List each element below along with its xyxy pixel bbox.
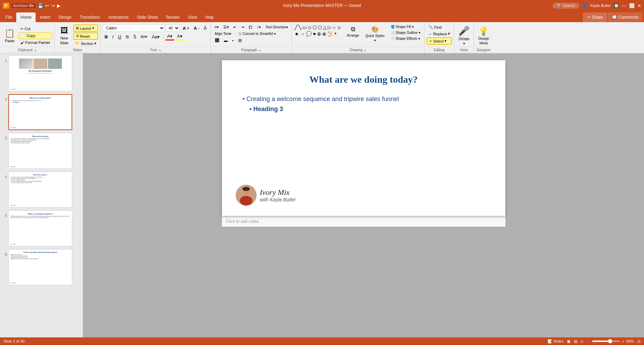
slide-thumb-3[interactable]: 3 What we'll be doing • You'll understan… — [1, 132, 81, 170]
strikethrough-button[interactable]: S — [124, 34, 131, 40]
underline-button[interactable]: U — [116, 34, 123, 40]
shape-misc2[interactable]: ⊗ — [322, 31, 327, 37]
font-family-selector[interactable]: Calibri — [103, 24, 165, 32]
ribbon-display-btn[interactable]: 🔲 — [614, 3, 619, 8]
slide-thumb-6[interactable]: 6 Common Questions about welcome sequenc… — [1, 248, 81, 286]
tab-help[interactable]: Help — [201, 12, 218, 22]
tab-file[interactable]: File — [1, 12, 16, 22]
minimize-btn[interactable]: — — [622, 3, 626, 8]
text-case-button[interactable]: Aa▾ — [150, 34, 161, 40]
tab-review[interactable]: Review — [162, 12, 184, 22]
view-outline-btn[interactable]: ▤ — [574, 339, 577, 344]
zoom-slider[interactable] — [592, 341, 620, 342]
zoom-out-btn[interactable]: － — [587, 339, 591, 344]
font-expander[interactable]: ↘ — [158, 48, 161, 52]
view-normal-btn[interactable]: ▣ — [567, 339, 570, 344]
slide-canvas[interactable]: What are we doing today? • Creating a we… — [222, 60, 505, 216]
format-painter-button[interactable]: 🖌 Format Painter — [19, 40, 52, 45]
shadow-button[interactable]: S̈ — [132, 34, 138, 40]
qat-undo-icon[interactable]: ↩ — [45, 3, 49, 8]
view-slideshow-btn[interactable]: ▷ — [581, 339, 584, 344]
comments-button[interactable]: 💬 Comments — [608, 12, 643, 22]
close-btn[interactable]: ✕ — [637, 3, 641, 8]
shape-rect[interactable]: ▭ — [302, 24, 307, 30]
text-direction-button[interactable]: Text Direction▾ — [264, 25, 290, 30]
tab-transitions[interactable]: Transitions — [76, 12, 104, 22]
select-button[interactable]: ⊹ Select ▾ — [427, 37, 452, 45]
slide-thumb-2[interactable]: 2 What are we doing today? • Creating a … — [1, 93, 81, 131]
clear-format-button[interactable]: Ā — [202, 25, 208, 31]
zoom-in-btn[interactable]: ＋ — [621, 339, 625, 344]
shape-line2[interactable]: ╲ — [298, 24, 301, 30]
tab-animations[interactable]: Animations — [104, 12, 133, 22]
increase-font-button[interactable]: A+ — [181, 25, 191, 31]
align-right-button[interactable]: ▪ — [231, 38, 235, 43]
tab-slideshow[interactable]: Slide Show — [133, 12, 162, 22]
line-spacing-button[interactable]: ↕▾ — [255, 24, 263, 30]
align-left-button[interactable]: ⬛ — [213, 37, 221, 43]
convert-smartart-button[interactable]: ⬡ Convert to SmartArt ▾ — [237, 31, 278, 36]
clipboard-expander[interactable]: ↘ — [34, 48, 37, 52]
drawing-expander[interactable]: ↘ — [364, 48, 366, 52]
notes-btn[interactable]: 📝 Notes — [548, 339, 563, 344]
dictate-button[interactable]: 🎤 Dictate ▾ — [456, 24, 472, 47]
text-highlight-button[interactable]: A▾ — [175, 33, 184, 40]
quick-styles-button[interactable]: 🎨 Quick Styles ▾ — [363, 24, 387, 44]
share-button[interactable]: ↗ Share — [583, 12, 607, 22]
slide-thumb-5[interactable]: 5 What is a welcome sequence? • A welcom… — [1, 210, 81, 247]
shapes-more[interactable]: ▾ — [334, 31, 337, 37]
tab-view[interactable]: View — [184, 12, 201, 22]
shape-hexagon[interactable]: ⬡ — [317, 24, 322, 30]
shape-oval[interactable]: ○ — [332, 24, 336, 30]
qat-save-icon[interactable]: 💾 — [38, 3, 43, 8]
layout-button[interactable]: ⊞ Layout ▾ — [73, 25, 99, 32]
increase-indent-button[interactable]: ⇥ — [239, 24, 246, 30]
copy-button[interactable]: 📄 Copy — [19, 33, 52, 39]
font-color-button[interactable]: A▾ — [165, 33, 174, 40]
arrange-button[interactable]: ⧉ Arrange — [345, 24, 361, 39]
shape-fill-button[interactable]: 🪣 Shape Fill ▾ — [389, 24, 422, 29]
tab-home[interactable]: Home — [16, 12, 36, 22]
new-slide-button[interactable]: 🖼 New Slide — [57, 25, 72, 46]
qat-redo-icon[interactable]: ↪ — [51, 3, 55, 8]
columns-button[interactable]: ⧠ — [247, 25, 254, 30]
shape-smiley[interactable]: ☺ — [336, 24, 342, 30]
shape-effects-button[interactable]: ✨ Shape Effects ▾ — [389, 36, 422, 41]
numbering-button[interactable]: ☰▾ — [222, 24, 231, 30]
bullets-button[interactable]: ≡▾ — [213, 24, 221, 30]
design-ideas-button[interactable]: 💡 Design Ideas — [476, 25, 491, 46]
align-center-button[interactable]: ▬ — [222, 38, 230, 43]
maximize-btn[interactable]: ⬜ — [629, 3, 635, 8]
shape-pentagon[interactable]: ⬠ — [312, 24, 317, 30]
shape-outline-button[interactable]: ⬜ Shape Outline ▾ — [389, 30, 422, 35]
slide-thumb-4[interactable]: 4 This is for you if... • You need to gr… — [1, 171, 81, 208]
slide-thumb-1[interactable]: 1 My Powerpoint Presentation Welcome wit… — [1, 55, 81, 92]
shape-star[interactable]: ★ — [294, 31, 299, 37]
decrease-font-button[interactable]: A- — [192, 25, 201, 31]
cut-button[interactable]: ✂ Cut — [19, 26, 52, 32]
replace-button[interactable]: ↔ Replace ▾ — [427, 31, 452, 37]
shape-heart[interactable]: ♥ — [312, 31, 316, 37]
shape-scroll[interactable]: 📜 — [327, 31, 334, 37]
paste-button[interactable]: 📋 Paste — [2, 27, 17, 44]
shape-diamond[interactable]: ◇ — [307, 24, 312, 30]
qat-present-icon[interactable]: ▶ — [57, 3, 60, 8]
font-size-selector[interactable]: 40 — [166, 24, 180, 32]
tab-design[interactable]: Design — [54, 12, 75, 22]
shape-misc1[interactable]: ⊕ — [317, 31, 321, 37]
reset-button[interactable]: ↺ Reset — [73, 33, 99, 40]
paragraph-expander[interactable]: ↘ — [259, 48, 261, 52]
notes-area[interactable]: Click to add notes — [222, 216, 505, 227]
char-spacing-button[interactable]: AV▾ — [139, 34, 149, 40]
user-avatar[interactable]: 👤 — [582, 3, 588, 8]
shape-line[interactable]: ╱ — [294, 24, 298, 30]
shape-triangle[interactable]: △ — [323, 24, 327, 30]
search-box[interactable]: 🔍 Search — [553, 3, 579, 9]
italic-button[interactable]: I — [111, 34, 115, 40]
shape-callout[interactable]: 💬 — [306, 31, 312, 37]
shape-rtriangle[interactable]: ▷ — [327, 24, 332, 30]
section-button[interactable]: 📁 Section ▾ — [73, 40, 99, 46]
decrease-indent-button[interactable]: ⇤ — [232, 24, 238, 30]
fit-slide-btn[interactable]: ⊡ — [637, 339, 641, 344]
bold-button[interactable]: B — [103, 34, 109, 40]
